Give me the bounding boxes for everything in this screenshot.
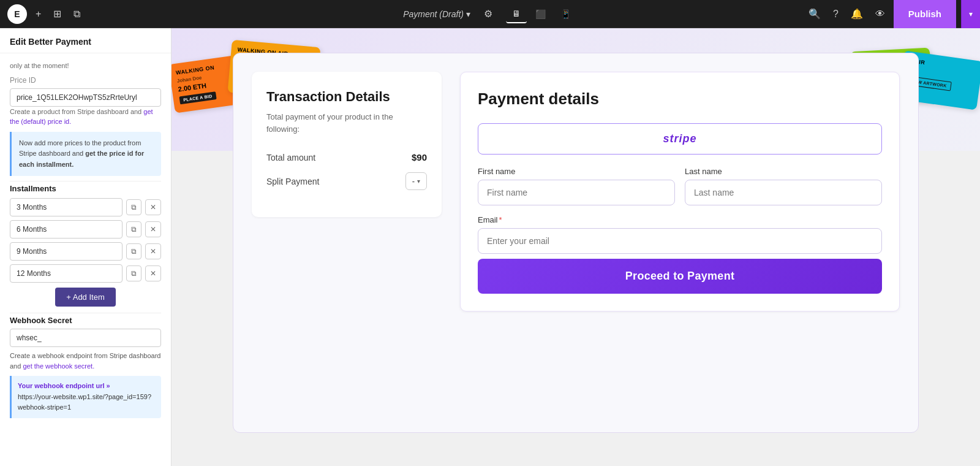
name-row: First name Last name [478,167,882,205]
last-name-group: Last name [685,167,882,205]
publish-button[interactable]: Publish [894,0,956,28]
add-button[interactable]: + [32,5,45,23]
installment-copy-4[interactable]: ⧉ [126,265,141,281]
toolbar: E + ⊞ ⧉ Payment (Draft) ▾ ⚙ 🖥 ⬛ 📱 🔍 ? 🔔 [0,0,980,28]
first-name-input[interactable] [478,180,675,205]
installment-row-1: ⧉ ✕ [10,198,161,216]
email-label: Email* [478,215,882,224]
eye-icon: 👁 [875,9,885,20]
panel-title: Edit Better Payment [0,28,171,53]
installment-delete-2[interactable]: ✕ [145,221,161,237]
add-item-button[interactable]: + Add Item [55,288,116,307]
installment-row-2: ⧉ ✕ [10,220,161,239]
first-name-group: First name [478,167,675,205]
transaction-title: Transaction Details [266,89,427,105]
settings-icon-button[interactable]: ⊞ [50,4,65,23]
installment-input-4[interactable] [10,264,123,283]
mobile-view-button[interactable]: 📱 [554,5,577,23]
installment-input-1[interactable] [10,198,123,216]
email-required: * [499,215,502,224]
payment-ui-wrapper: Transaction Details Total payment of you… [233,53,919,433]
bell-icon: 🔔 [851,8,863,20]
price-id-input[interactable] [10,88,161,107]
page-title: Payment (Draft) ▾ [403,9,470,19]
last-name-label: Last name [685,167,882,176]
installment-row-3: ⧉ ✕ [10,242,161,261]
webhook-label: Webhook Secret [10,316,161,325]
split-payment-arrow: ▾ [417,178,420,185]
canvas: WALKING ON Johan Doe 2.00 ETH PLACE A BI… [172,28,980,466]
layers-button[interactable]: ⧉ [70,5,84,23]
email-group: Email* [478,215,882,254]
installment-copy-1[interactable]: ⧉ [126,199,141,215]
installment-row-4: ⧉ ✕ [10,264,161,283]
price-id-note: Create a product from Stripe dashboard a… [10,107,161,127]
price-id-label: Price ID [10,76,161,85]
main-area: Edit Better Payment only at the moment! … [0,28,980,466]
preview-button[interactable]: 👁 [872,5,889,23]
installment-delete-1[interactable]: ✕ [145,199,161,215]
price-id-link[interactable]: get the (default) price id. [10,108,153,126]
device-switcher: 🖥 ⬛ 📱 [506,5,577,23]
search-button[interactable]: 🔍 [805,4,824,23]
canvas-inner: WALKING ON Johan Doe 2.00 ETH PLACE A BI… [172,28,980,466]
tablet-view-button[interactable]: ⬛ [529,5,552,23]
help-button[interactable]: ? [829,5,842,23]
endpoint-box: Your webhook endpoint url » https://your… [10,376,161,418]
stripe-button[interactable]: stripe [478,123,882,155]
installment-input-3[interactable] [10,242,123,261]
installment-copy-3[interactable]: ⧉ [126,243,141,259]
email-input[interactable] [478,228,882,254]
webhook-note: Create a webhook endpoint from Stripe da… [10,351,161,371]
desktop-view-button[interactable]: 🖥 [506,5,527,23]
payment-card: Payment details stripe First name Last n… [460,72,900,311]
split-payment-label: Split Payment [266,177,319,186]
split-payment-value: - [412,177,415,186]
last-name-input[interactable] [685,180,882,205]
total-amount-label: Total amount [266,153,315,162]
search-icon: 🔍 [809,8,821,20]
installment-delete-3[interactable]: ✕ [145,243,161,259]
installments-info-box: Now add more prices to the product from … [10,132,161,177]
webhook-input[interactable] [10,329,161,347]
page-settings-button[interactable]: ⚙ [480,4,496,23]
elementor-logo: E [7,4,27,24]
installment-delete-4[interactable]: ✕ [145,265,161,281]
scroll-note: only at the moment! [10,61,161,71]
total-amount-value: $90 [412,152,427,162]
layers-icon: ⧉ [74,9,80,20]
notifications-button[interactable]: 🔔 [847,4,867,23]
price-id-for-installment-link[interactable]: get the price id for each installment. [19,150,144,168]
installment-input-2[interactable] [10,220,123,239]
nft-card-1-bid[interactable]: PLACE A BID [179,91,216,104]
endpoint-title-link[interactable]: Your webhook endpoint url » [18,382,110,389]
installment-copy-2[interactable]: ⧉ [126,221,141,237]
first-name-label: First name [478,167,675,176]
endpoint-url: https://your-website.wp1.site/?page_id=1… [18,392,155,413]
split-payment-select[interactable]: - ▾ [405,172,427,190]
total-amount-row: Total amount $90 [266,152,427,162]
transaction-card: Transaction Details Total payment of you… [252,72,442,217]
payment-columns: Transaction Details Total payment of you… [252,72,900,311]
help-icon: ? [833,9,839,20]
split-payment-row: Split Payment - ▾ [266,172,427,190]
publish-caret-button[interactable]: ▾ [961,0,980,28]
settings-icon: ⊞ [53,8,61,20]
transaction-subtitle: Total payment of your product in the fol… [266,111,427,135]
proceed-to-payment-button[interactable]: Proceed to Payment [478,259,882,294]
payment-details-title: Payment details [478,90,882,109]
installments-label: Installments [10,184,161,193]
left-panel: Edit Better Payment only at the moment! … [0,28,172,466]
webhook-link[interactable]: get the webhook secret. [23,362,94,370]
